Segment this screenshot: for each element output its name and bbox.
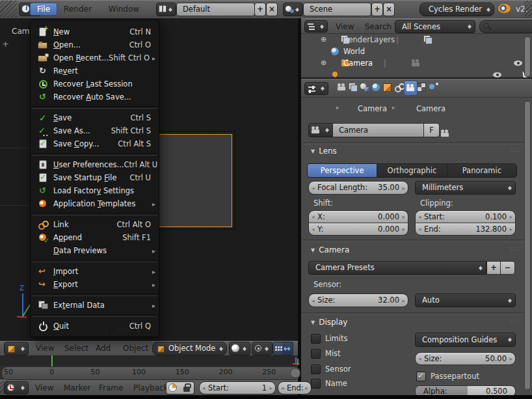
draw-size-slider[interactable]: Size: 50.00 <box>415 352 516 365</box>
lens-panel-header[interactable]: ▼Lens <box>311 146 337 156</box>
outliner-row-world[interactable]: World <box>300 46 532 57</box>
menu-item-save-startup-file[interactable]: Save Startup FileCtrl U <box>31 171 159 184</box>
breadcrumb-data-icon[interactable] <box>440 129 451 138</box>
mist-checkbox[interactable] <box>311 349 321 359</box>
timeline-menu-playback[interactable]: Playback <box>133 381 168 394</box>
menu-item-save-copy[interactable]: Save Copy...Ctrl Alt S <box>31 137 159 150</box>
menu-item-application-templates[interactable]: Application Templates▸ <box>31 197 159 210</box>
lens-type-perspective[interactable]: Perspective <box>308 164 377 177</box>
sensor-checkbox[interactable] <box>311 365 321 374</box>
region-expand-handle[interactable]: + <box>2 39 9 49</box>
menu-item-quit[interactable]: QuitCtrl Q <box>31 320 159 333</box>
timeline-menu-frame[interactable]: Frame <box>99 381 123 394</box>
menu-item-external-data[interactable]: External Data▸ <box>31 299 159 312</box>
camera-data-selector[interactable] <box>308 123 333 137</box>
autokey-mode-button[interactable] <box>166 381 181 394</box>
outliner-filter-selector[interactable]: All Scenes <box>395 20 475 33</box>
menu-item-recover-auto-save[interactable]: Recover Auto Save... <box>31 90 159 103</box>
focal-length-slider[interactable]: Focal Length: 35.00 <box>308 181 408 195</box>
render-engine-selector[interactable]: Cycles Render <box>419 3 494 16</box>
screen-layout-selector[interactable] <box>156 3 176 16</box>
outliner-scrollbar[interactable] <box>524 36 531 77</box>
display-panel-header[interactable]: ▼Display <box>311 318 347 327</box>
tab-render[interactable] <box>336 81 348 94</box>
tab-texture[interactable] <box>416 81 428 94</box>
panel-grip-dots[interactable]: :::: <box>510 245 521 252</box>
outliner-item-label[interactable]: World <box>343 46 365 57</box>
menu-item-export[interactable]: Export▸ <box>31 278 159 291</box>
menu-item-open-recent[interactable]: Open Recent...Shift Ctrl O▸ <box>31 51 159 64</box>
camera-presets-selector[interactable]: Camera Presets <box>308 261 486 275</box>
viewport-menu-object[interactable]: Object <box>123 342 148 355</box>
mode-selector[interactable]: Object Mode <box>152 342 227 355</box>
close-scene-button[interactable]: × <box>383 3 395 16</box>
pivot-point-selector[interactable] <box>252 342 273 355</box>
translate-manipulator-button[interactable] <box>282 342 293 355</box>
editor-type-selector-outliner[interactable] <box>304 20 328 33</box>
viewport-menu-select[interactable]: Select <box>64 342 88 355</box>
shift-y-slider[interactable]: Y: 0.000 <box>308 223 408 236</box>
menubar-item-render[interactable]: Render <box>64 3 92 16</box>
clip-start-slider[interactable]: Start: 0.100 <box>415 210 516 223</box>
viewport-menu-view[interactable]: View <box>36 342 54 355</box>
sensor-size-slider[interactable]: Size: 32.00 <box>308 294 408 307</box>
timeline-menu-marker[interactable]: Marker <box>64 381 90 394</box>
camera-view-frame[interactable] <box>159 134 232 227</box>
menu-item-new[interactable]: NewCtrl N <box>31 25 159 38</box>
expand-icon[interactable] <box>320 59 330 68</box>
menu-item-append[interactable]: AppendShift F1 <box>31 231 159 244</box>
lock-button[interactable] <box>180 381 194 394</box>
lens-type-orthographic[interactable]: Orthographic <box>377 164 446 177</box>
menu-item-open[interactable]: Open...Ctrl O <box>31 38 159 51</box>
preset-remove-button[interactable]: − <box>500 261 515 275</box>
menu-item-revert[interactable]: Revert <box>31 64 159 77</box>
panel-grip-dots[interactable]: :::: <box>510 317 521 324</box>
current-frame-indicator[interactable] <box>51 355 53 366</box>
add-scene-button[interactable]: + <box>371 3 383 16</box>
tab-world[interactable] <box>370 81 382 94</box>
menu-item-import[interactable]: Import▸ <box>31 265 159 278</box>
properties-scrollbar[interactable] <box>524 101 531 390</box>
viewport-shading-selector[interactable] <box>229 342 250 355</box>
name-checkbox[interactable] <box>311 379 321 389</box>
menubar-item-file[interactable]: File <box>30 3 57 16</box>
eye-icon[interactable] <box>514 59 524 68</box>
camera-data-name-field[interactable]: Camera <box>332 123 424 137</box>
scene-selector[interactable] <box>283 3 303 16</box>
lens-unit-selector[interactable]: Millimeters <box>415 181 516 195</box>
composition-guides-selector[interactable]: Composition Guides <box>415 333 516 347</box>
camera-panel-header[interactable]: ▼Camera <box>311 245 349 255</box>
fake-user-button[interactable]: F <box>423 123 440 137</box>
viewport-menu-add[interactable]: Add <box>96 342 111 355</box>
menu-item-save-as[interactable]: Save As...Shift Ctrl S <box>31 124 159 137</box>
timeline-menu-view[interactable]: View <box>35 381 53 394</box>
outliner-item-label[interactable]: RenderLayers <box>343 34 395 46</box>
editor-type-selector-3dview[interactable] <box>4 342 29 355</box>
tab-render-layers[interactable] <box>347 81 360 94</box>
menubar-item-window[interactable]: Window <box>109 3 139 16</box>
tab-scene[interactable] <box>358 81 371 94</box>
vertical-gutter[interactable] <box>298 18 301 395</box>
add-layout-button[interactable]: + <box>254 3 266 16</box>
lens-type-panoramic[interactable]: Panoramic <box>447 164 516 177</box>
tab-constraints[interactable] <box>393 81 405 94</box>
limits-checkbox[interactable] <box>311 334 321 344</box>
breadcrumb-object-label[interactable]: Camera <box>358 104 387 113</box>
menu-item-save[interactable]: SaveCtrl S <box>31 111 159 124</box>
expand-icon[interactable] <box>320 35 330 44</box>
menu-item-recover-last-session[interactable]: Recover Last Session <box>31 77 159 90</box>
timeline-scrollbar[interactable] <box>1 366 300 380</box>
frame-start-field[interactable]: Start: 1 <box>199 381 276 394</box>
editor-type-selector-properties[interactable] <box>304 82 328 95</box>
menu-item-load-factory-settings[interactable]: Load Factory Settings <box>31 184 159 197</box>
menu-item-data-previews[interactable]: Data Previews▸ <box>31 244 159 257</box>
sensor-fit-selector[interactable]: Auto <box>415 294 516 307</box>
screen-layout-name-field[interactable]: Default <box>176 3 255 16</box>
passepartout-checkbox[interactable] <box>416 372 426 381</box>
timeline-canvas[interactable] <box>0 355 300 366</box>
menu-item-link[interactable]: LinkCtrl Alt O <box>31 218 159 231</box>
frame-end-field[interactable]: End: <box>278 381 312 394</box>
breadcrumb-data-label[interactable]: Camera <box>416 104 446 113</box>
outliner-item-label[interactable]: Camera <box>343 57 373 69</box>
close-layout-button[interactable]: × <box>266 3 278 16</box>
